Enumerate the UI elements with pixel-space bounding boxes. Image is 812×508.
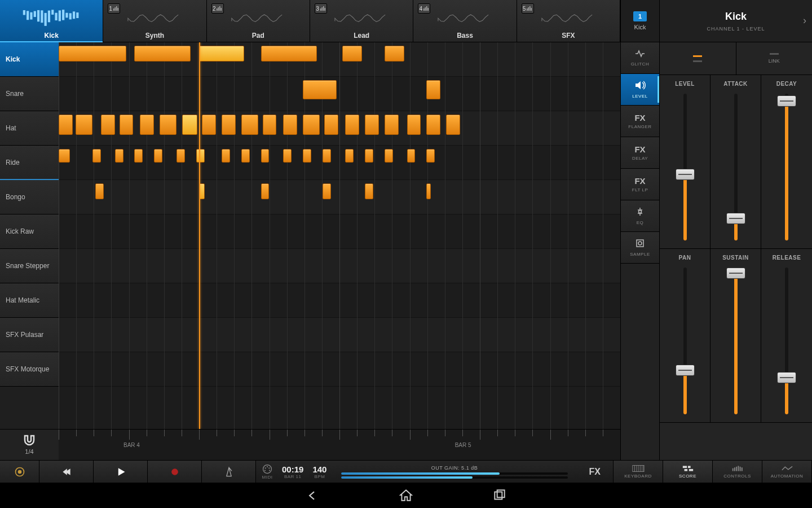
module-level[interactable]: LEVEL (621, 74, 659, 106)
note[interactable] (59, 46, 126, 62)
note[interactable] (241, 149, 250, 163)
note[interactable] (323, 183, 331, 199)
row-header-ride[interactable]: Ride (0, 146, 59, 180)
track-tab-synth[interactable]: 1Synth (103, 0, 206, 42)
note[interactable] (365, 149, 373, 163)
note[interactable] (76, 115, 92, 135)
note[interactable] (426, 183, 431, 199)
note[interactable] (426, 115, 440, 135)
note[interactable] (261, 149, 270, 163)
recent-apps-icon[interactable] (492, 488, 507, 503)
note[interactable] (241, 115, 258, 135)
slider-pan[interactable]: PAN (660, 249, 710, 423)
note[interactable] (324, 115, 338, 135)
note[interactable] (407, 149, 416, 163)
track-tab-kick[interactable]: Kick (0, 0, 103, 42)
note[interactable] (176, 149, 185, 163)
module-sample[interactable]: SAMPLE (621, 232, 659, 264)
fx-button[interactable]: FX (582, 467, 607, 477)
note[interactable] (426, 80, 440, 99)
back-icon[interactable] (305, 488, 320, 503)
note[interactable] (303, 149, 311, 163)
note[interactable] (303, 80, 337, 99)
note[interactable] (222, 115, 236, 135)
module-flanger[interactable]: FXFLANGER (621, 106, 659, 137)
view-mode-keyboard[interactable]: KEYBOARD (614, 461, 663, 483)
link-indicator-left[interactable] (660, 42, 736, 75)
row-header-hat[interactable]: Hat (0, 111, 59, 146)
track-tab-lead[interactable]: 3Lead (310, 0, 413, 42)
note[interactable] (385, 46, 404, 62)
note[interactable] (342, 46, 362, 62)
track-tab-bass[interactable]: 4Bass (413, 0, 517, 42)
slider-level[interactable]: LEVEL (660, 75, 710, 249)
note[interactable] (407, 115, 421, 135)
note[interactable] (115, 149, 123, 163)
note[interactable] (202, 115, 216, 135)
note[interactable] (196, 149, 205, 163)
row-header-snare-stepper[interactable]: Snare Stepper (0, 249, 59, 283)
note[interactable] (385, 149, 393, 163)
home-icon[interactable] (399, 488, 413, 503)
row-header-kick[interactable]: Kick (0, 42, 59, 77)
module-flt-lp[interactable]: FXFLT LP (621, 169, 659, 200)
module-glitch[interactable]: GLITCH (621, 42, 659, 74)
note[interactable] (120, 115, 134, 135)
play-button[interactable] (94, 461, 148, 483)
module-delay[interactable]: FXDELAY (621, 137, 659, 169)
module-eq[interactable]: EQ (621, 200, 659, 232)
note[interactable] (365, 115, 379, 135)
note[interactable] (199, 46, 244, 62)
note[interactable] (140, 115, 154, 135)
note[interactable] (59, 149, 70, 163)
sequencer-grid[interactable] (59, 42, 620, 429)
slider-decay[interactable]: DECAY (761, 75, 812, 249)
note[interactable] (345, 149, 354, 163)
metronome-button[interactable] (202, 461, 256, 483)
view-mode-controls[interactable]: CONTROLS (713, 461, 762, 483)
playhead[interactable] (199, 42, 200, 429)
note[interactable] (263, 115, 277, 135)
note[interactable] (59, 115, 73, 135)
channel-selector[interactable]: 1Kick (621, 0, 659, 42)
record-button[interactable] (148, 461, 202, 483)
note[interactable] (95, 183, 104, 199)
row-header-kick-raw[interactable]: Kick Raw (0, 214, 59, 249)
note[interactable] (222, 149, 230, 163)
note[interactable] (385, 115, 399, 135)
view-mode-automation[interactable]: AUTOMATION (762, 461, 812, 483)
bpm-display[interactable]: 140 BPM (312, 465, 326, 479)
link-indicator-right[interactable]: LINK (736, 42, 813, 75)
time-display[interactable]: 00:19 BAR 11 (282, 465, 303, 479)
row-header-sfx-motorque[interactable]: SFX Motorque (0, 352, 59, 387)
app-logo-button[interactable] (0, 461, 39, 483)
midi-indicator[interactable]: MIDI (262, 463, 273, 480)
view-mode-score[interactable]: SCORE (663, 461, 713, 483)
note[interactable] (345, 115, 359, 135)
note[interactable] (134, 46, 191, 62)
note[interactable] (182, 115, 197, 135)
row-header-sfx-pulasar[interactable]: SFX Pulasar (0, 318, 59, 352)
note[interactable] (283, 115, 297, 135)
timeline-ruler[interactable]: BAR 4BAR 5 (59, 429, 620, 460)
note[interactable] (160, 115, 176, 135)
note[interactable] (365, 183, 373, 199)
rewind-button[interactable] (39, 461, 94, 483)
note[interactable] (283, 149, 292, 163)
note[interactable] (446, 115, 460, 135)
note[interactable] (134, 149, 143, 163)
row-header-hat-metalic[interactable]: Hat Metalic (0, 283, 59, 318)
note[interactable] (261, 183, 270, 199)
row-header-snare[interactable]: Snare (0, 77, 59, 111)
note[interactable] (426, 149, 435, 163)
note[interactable] (92, 149, 101, 163)
slider-release[interactable]: RELEASE (761, 249, 812, 423)
note[interactable] (303, 115, 320, 135)
snap-magnet[interactable]: 1/4 (0, 429, 59, 460)
track-tab-pad[interactable]: 2Pad (207, 0, 310, 42)
output-gain[interactable]: OUT GAIN: 5.1 dB (336, 465, 573, 479)
note[interactable] (154, 149, 162, 163)
note[interactable] (101, 115, 115, 135)
slider-attack[interactable]: ATTACK (710, 75, 761, 249)
note[interactable] (261, 46, 317, 62)
